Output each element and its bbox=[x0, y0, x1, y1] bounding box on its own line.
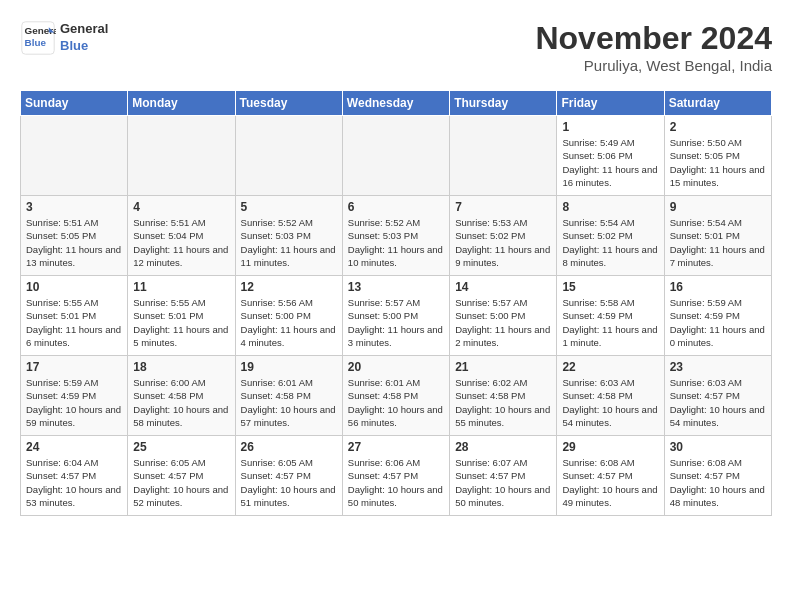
week-row-4: 17Sunrise: 5:59 AM Sunset: 4:59 PM Dayli… bbox=[21, 356, 772, 436]
day-number: 19 bbox=[241, 360, 337, 374]
day-cell: 25Sunrise: 6:05 AM Sunset: 4:57 PM Dayli… bbox=[128, 436, 235, 516]
week-row-2: 3Sunrise: 5:51 AM Sunset: 5:05 PM Daylig… bbox=[21, 196, 772, 276]
day-cell: 27Sunrise: 6:06 AM Sunset: 4:57 PM Dayli… bbox=[342, 436, 449, 516]
day-info: Sunrise: 5:52 AM Sunset: 5:03 PM Dayligh… bbox=[241, 216, 337, 269]
day-cell bbox=[128, 116, 235, 196]
day-number: 7 bbox=[455, 200, 551, 214]
day-info: Sunrise: 5:57 AM Sunset: 5:00 PM Dayligh… bbox=[455, 296, 551, 349]
day-info: Sunrise: 6:01 AM Sunset: 4:58 PM Dayligh… bbox=[348, 376, 444, 429]
day-info: Sunrise: 5:57 AM Sunset: 5:00 PM Dayligh… bbox=[348, 296, 444, 349]
col-header-saturday: Saturday bbox=[664, 91, 771, 116]
day-cell: 1Sunrise: 5:49 AM Sunset: 5:06 PM Daylig… bbox=[557, 116, 664, 196]
day-info: Sunrise: 6:05 AM Sunset: 4:57 PM Dayligh… bbox=[133, 456, 229, 509]
day-cell: 14Sunrise: 5:57 AM Sunset: 5:00 PM Dayli… bbox=[450, 276, 557, 356]
day-info: Sunrise: 5:59 AM Sunset: 4:59 PM Dayligh… bbox=[26, 376, 122, 429]
day-cell: 21Sunrise: 6:02 AM Sunset: 4:58 PM Dayli… bbox=[450, 356, 557, 436]
day-number: 16 bbox=[670, 280, 766, 294]
day-number: 27 bbox=[348, 440, 444, 454]
day-info: Sunrise: 6:03 AM Sunset: 4:58 PM Dayligh… bbox=[562, 376, 658, 429]
day-number: 8 bbox=[562, 200, 658, 214]
day-cell: 15Sunrise: 5:58 AM Sunset: 4:59 PM Dayli… bbox=[557, 276, 664, 356]
day-info: Sunrise: 6:06 AM Sunset: 4:57 PM Dayligh… bbox=[348, 456, 444, 509]
day-number: 30 bbox=[670, 440, 766, 454]
day-number: 18 bbox=[133, 360, 229, 374]
day-cell: 24Sunrise: 6:04 AM Sunset: 4:57 PM Dayli… bbox=[21, 436, 128, 516]
day-cell: 6Sunrise: 5:52 AM Sunset: 5:03 PM Daylig… bbox=[342, 196, 449, 276]
day-info: Sunrise: 5:49 AM Sunset: 5:06 PM Dayligh… bbox=[562, 136, 658, 189]
day-number: 1 bbox=[562, 120, 658, 134]
day-cell: 19Sunrise: 6:01 AM Sunset: 4:58 PM Dayli… bbox=[235, 356, 342, 436]
day-cell: 26Sunrise: 6:05 AM Sunset: 4:57 PM Dayli… bbox=[235, 436, 342, 516]
day-info: Sunrise: 5:58 AM Sunset: 4:59 PM Dayligh… bbox=[562, 296, 658, 349]
week-row-3: 10Sunrise: 5:55 AM Sunset: 5:01 PM Dayli… bbox=[21, 276, 772, 356]
day-cell: 7Sunrise: 5:53 AM Sunset: 5:02 PM Daylig… bbox=[450, 196, 557, 276]
day-info: Sunrise: 5:54 AM Sunset: 5:01 PM Dayligh… bbox=[670, 216, 766, 269]
col-header-tuesday: Tuesday bbox=[235, 91, 342, 116]
day-cell bbox=[450, 116, 557, 196]
day-info: Sunrise: 5:55 AM Sunset: 5:01 PM Dayligh… bbox=[133, 296, 229, 349]
day-info: Sunrise: 5:51 AM Sunset: 5:04 PM Dayligh… bbox=[133, 216, 229, 269]
col-header-friday: Friday bbox=[557, 91, 664, 116]
page-header: General Blue GeneralBlue November 2024 P… bbox=[20, 20, 772, 74]
day-number: 13 bbox=[348, 280, 444, 294]
title-block: November 2024 Puruliya, West Bengal, Ind… bbox=[535, 20, 772, 74]
day-info: Sunrise: 6:07 AM Sunset: 4:57 PM Dayligh… bbox=[455, 456, 551, 509]
column-headers: SundayMondayTuesdayWednesdayThursdayFrid… bbox=[21, 91, 772, 116]
day-number: 14 bbox=[455, 280, 551, 294]
day-number: 29 bbox=[562, 440, 658, 454]
day-info: Sunrise: 5:55 AM Sunset: 5:01 PM Dayligh… bbox=[26, 296, 122, 349]
day-info: Sunrise: 5:53 AM Sunset: 5:02 PM Dayligh… bbox=[455, 216, 551, 269]
day-number: 28 bbox=[455, 440, 551, 454]
day-cell bbox=[21, 116, 128, 196]
day-cell: 29Sunrise: 6:08 AM Sunset: 4:57 PM Dayli… bbox=[557, 436, 664, 516]
col-header-monday: Monday bbox=[128, 91, 235, 116]
day-cell: 17Sunrise: 5:59 AM Sunset: 4:59 PM Dayli… bbox=[21, 356, 128, 436]
day-cell: 22Sunrise: 6:03 AM Sunset: 4:58 PM Dayli… bbox=[557, 356, 664, 436]
day-cell: 11Sunrise: 5:55 AM Sunset: 5:01 PM Dayli… bbox=[128, 276, 235, 356]
day-cell: 2Sunrise: 5:50 AM Sunset: 5:05 PM Daylig… bbox=[664, 116, 771, 196]
day-info: Sunrise: 5:50 AM Sunset: 5:05 PM Dayligh… bbox=[670, 136, 766, 189]
day-cell bbox=[342, 116, 449, 196]
day-cell: 30Sunrise: 6:08 AM Sunset: 4:57 PM Dayli… bbox=[664, 436, 771, 516]
day-cell: 23Sunrise: 6:03 AM Sunset: 4:57 PM Dayli… bbox=[664, 356, 771, 436]
week-row-5: 24Sunrise: 6:04 AM Sunset: 4:57 PM Dayli… bbox=[21, 436, 772, 516]
day-info: Sunrise: 6:08 AM Sunset: 4:57 PM Dayligh… bbox=[562, 456, 658, 509]
col-header-sunday: Sunday bbox=[21, 91, 128, 116]
day-info: Sunrise: 5:56 AM Sunset: 5:00 PM Dayligh… bbox=[241, 296, 337, 349]
day-info: Sunrise: 5:59 AM Sunset: 4:59 PM Dayligh… bbox=[670, 296, 766, 349]
day-cell: 4Sunrise: 5:51 AM Sunset: 5:04 PM Daylig… bbox=[128, 196, 235, 276]
col-header-wednesday: Wednesday bbox=[342, 91, 449, 116]
day-number: 2 bbox=[670, 120, 766, 134]
day-number: 17 bbox=[26, 360, 122, 374]
day-number: 24 bbox=[26, 440, 122, 454]
day-cell: 12Sunrise: 5:56 AM Sunset: 5:00 PM Dayli… bbox=[235, 276, 342, 356]
day-number: 10 bbox=[26, 280, 122, 294]
day-info: Sunrise: 6:00 AM Sunset: 4:58 PM Dayligh… bbox=[133, 376, 229, 429]
day-info: Sunrise: 5:51 AM Sunset: 5:05 PM Dayligh… bbox=[26, 216, 122, 269]
day-number: 21 bbox=[455, 360, 551, 374]
svg-text:Blue: Blue bbox=[25, 37, 47, 48]
month-title: November 2024 bbox=[535, 20, 772, 57]
week-row-1: 1Sunrise: 5:49 AM Sunset: 5:06 PM Daylig… bbox=[21, 116, 772, 196]
col-header-thursday: Thursday bbox=[450, 91, 557, 116]
day-number: 4 bbox=[133, 200, 229, 214]
day-number: 23 bbox=[670, 360, 766, 374]
day-info: Sunrise: 6:08 AM Sunset: 4:57 PM Dayligh… bbox=[670, 456, 766, 509]
day-cell: 16Sunrise: 5:59 AM Sunset: 4:59 PM Dayli… bbox=[664, 276, 771, 356]
day-number: 6 bbox=[348, 200, 444, 214]
day-number: 9 bbox=[670, 200, 766, 214]
day-info: Sunrise: 6:01 AM Sunset: 4:58 PM Dayligh… bbox=[241, 376, 337, 429]
location: Puruliya, West Bengal, India bbox=[535, 57, 772, 74]
day-cell: 18Sunrise: 6:00 AM Sunset: 4:58 PM Dayli… bbox=[128, 356, 235, 436]
day-cell: 10Sunrise: 5:55 AM Sunset: 5:01 PM Dayli… bbox=[21, 276, 128, 356]
day-number: 12 bbox=[241, 280, 337, 294]
day-number: 15 bbox=[562, 280, 658, 294]
day-cell: 3Sunrise: 5:51 AM Sunset: 5:05 PM Daylig… bbox=[21, 196, 128, 276]
logo-text: GeneralBlue bbox=[60, 21, 108, 55]
day-cell bbox=[235, 116, 342, 196]
day-number: 11 bbox=[133, 280, 229, 294]
day-cell: 8Sunrise: 5:54 AM Sunset: 5:02 PM Daylig… bbox=[557, 196, 664, 276]
day-info: Sunrise: 6:02 AM Sunset: 4:58 PM Dayligh… bbox=[455, 376, 551, 429]
day-number: 5 bbox=[241, 200, 337, 214]
day-info: Sunrise: 6:05 AM Sunset: 4:57 PM Dayligh… bbox=[241, 456, 337, 509]
